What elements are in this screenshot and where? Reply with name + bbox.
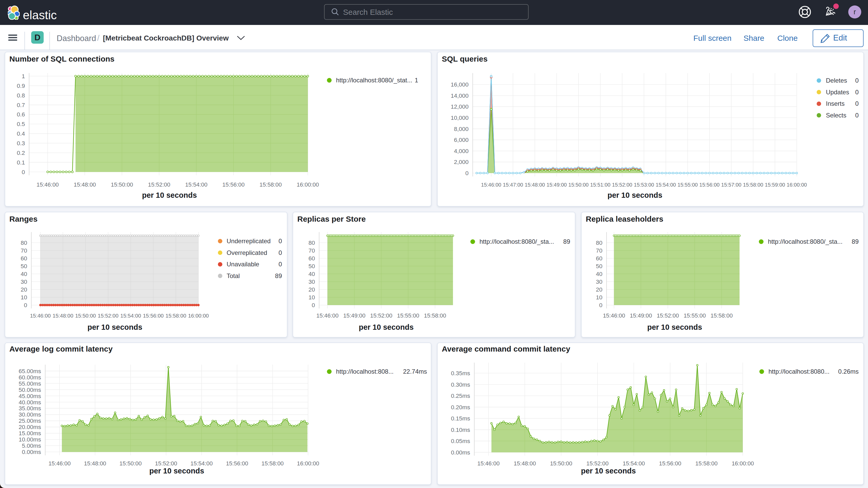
svg-text:15:47:00: 15:47:00: [503, 182, 523, 188]
svg-text:15:58:00: 15:58:00: [711, 312, 733, 319]
svg-text:15:52:00: 15:52:00: [148, 181, 170, 188]
svg-text:0: 0: [24, 302, 27, 308]
svg-text:Selects: Selects: [826, 112, 846, 119]
svg-text:15:46:00: 15:46:00: [481, 182, 501, 188]
svg-text:0: 0: [279, 238, 282, 245]
svg-text:Inserts: Inserts: [826, 100, 845, 107]
svg-text:0: 0: [855, 112, 859, 119]
svg-text:89: 89: [563, 238, 570, 245]
svg-text:22.74ms: 22.74ms: [403, 368, 427, 375]
svg-text:89: 89: [851, 238, 859, 245]
svg-text:0.9: 0.9: [17, 83, 25, 89]
svg-text:0: 0: [312, 302, 315, 308]
svg-text:16:00:00: 16:00:00: [787, 182, 807, 188]
svg-text:0: 0: [465, 170, 469, 177]
svg-text:http://localhost:808...: http://localhost:808...: [336, 368, 394, 375]
svg-text:30.00ms: 30.00ms: [19, 411, 41, 418]
svg-text:60: 60: [308, 255, 315, 262]
svg-text:1: 1: [22, 73, 25, 80]
svg-text:15:46:00: 15:46:00: [48, 460, 71, 467]
svg-text:0: 0: [279, 261, 282, 268]
svg-text:15:56:00: 15:56:00: [143, 313, 164, 318]
svg-text:per 10 seconds: per 10 seconds: [581, 467, 636, 475]
svg-text:0: 0: [22, 169, 25, 175]
svg-text:80: 80: [21, 240, 27, 246]
svg-text:15:50:00: 15:50:00: [75, 313, 96, 318]
svg-text:Underreplicated: Underreplicated: [227, 238, 271, 245]
svg-text:15:51:00: 15:51:00: [590, 182, 611, 188]
svg-text:15:48:00: 15:48:00: [53, 313, 73, 318]
svg-text:http://localhost:8080/_stat...: http://localhost:8080/_stat...: [336, 77, 412, 84]
svg-text:0.35ms: 0.35ms: [451, 370, 470, 376]
svg-text:15:46:00: 15:46:00: [316, 312, 339, 319]
svg-text:40: 40: [596, 271, 602, 277]
svg-text:0.20ms: 0.20ms: [451, 404, 470, 410]
svg-text:Average command commit latency: Average command commit latency: [442, 344, 570, 353]
svg-text:15:52:00: 15:52:00: [370, 312, 393, 319]
svg-text:15:54:00: 15:54:00: [120, 313, 141, 318]
svg-text:15:58:00: 15:58:00: [261, 460, 284, 467]
svg-text:http://localhost:8080...: http://localhost:8080...: [769, 368, 830, 375]
svg-text:2,000: 2,000: [454, 159, 469, 165]
svg-text:0: 0: [855, 89, 859, 96]
svg-text:45.00ms: 45.00ms: [19, 393, 41, 399]
svg-text:0.15ms: 0.15ms: [451, 415, 470, 422]
svg-text:50: 50: [21, 263, 27, 270]
svg-text:15:58:00: 15:58:00: [743, 182, 763, 188]
svg-text:16:00:00: 16:00:00: [188, 313, 209, 318]
svg-text:16:00:00: 16:00:00: [732, 460, 754, 467]
svg-text:0.25ms: 0.25ms: [451, 393, 470, 399]
svg-text:15:55:00: 15:55:00: [397, 312, 420, 319]
svg-text:40: 40: [308, 271, 315, 277]
svg-text:20: 20: [596, 286, 602, 293]
svg-text:60: 60: [596, 255, 602, 262]
svg-text:15:46:00: 15:46:00: [36, 181, 59, 188]
svg-text:15:52:00: 15:52:00: [98, 313, 119, 318]
svg-text:50.00ms: 50.00ms: [19, 387, 41, 393]
svg-text:Replica leaseholders: Replica leaseholders: [586, 215, 663, 223]
svg-text:15:46:00: 15:46:00: [30, 313, 51, 318]
svg-text:20: 20: [21, 286, 27, 293]
svg-text:Overreplicated: Overreplicated: [227, 249, 267, 256]
svg-text:0.8: 0.8: [17, 92, 25, 99]
svg-text:Ranges: Ranges: [9, 215, 37, 223]
svg-text:SQL queries: SQL queries: [442, 55, 488, 63]
svg-text:0.30ms: 0.30ms: [451, 382, 470, 388]
svg-text:15:56:00: 15:56:00: [659, 460, 681, 467]
svg-text:per 10 seconds: per 10 seconds: [87, 323, 142, 331]
svg-text:15:50:00: 15:50:00: [550, 460, 572, 467]
svg-text:15:55:00: 15:55:00: [683, 312, 706, 319]
svg-text:15:55:00: 15:55:00: [678, 182, 698, 188]
svg-text:15:50:00: 15:50:00: [111, 181, 133, 188]
svg-text:0.6: 0.6: [17, 111, 25, 118]
svg-text:30: 30: [596, 279, 602, 285]
svg-text:0.00ms: 0.00ms: [451, 449, 470, 456]
svg-text:50: 50: [308, 263, 315, 270]
svg-text:10.00ms: 10.00ms: [19, 436, 41, 443]
svg-text:15:52:00: 15:52:00: [657, 312, 679, 319]
svg-text:15:58:00: 15:58:00: [424, 312, 446, 319]
svg-text:15:49:00: 15:49:00: [343, 312, 366, 319]
svg-text:15:54:00: 15:54:00: [623, 460, 645, 467]
svg-text:15:48:00: 15:48:00: [514, 460, 536, 467]
svg-text:70: 70: [308, 247, 315, 254]
svg-text:0: 0: [855, 100, 859, 107]
svg-text:16:00:00: 16:00:00: [297, 181, 319, 188]
svg-text:89: 89: [275, 272, 282, 279]
svg-text:80: 80: [596, 240, 602, 246]
svg-text:16:00:00: 16:00:00: [297, 460, 319, 467]
svg-text:Number of SQL connections: Number of SQL connections: [9, 55, 115, 63]
svg-text:0.4: 0.4: [17, 130, 25, 137]
svg-text:65.00ms: 65.00ms: [19, 368, 41, 374]
svg-text:15:52:00: 15:52:00: [586, 460, 609, 467]
svg-text:40.00ms: 40.00ms: [19, 399, 41, 406]
svg-text:15:58:00: 15:58:00: [695, 460, 718, 467]
svg-text:per 10 seconds: per 10 seconds: [149, 467, 204, 475]
svg-text:20: 20: [308, 286, 315, 293]
svg-text:10: 10: [308, 294, 315, 301]
svg-text:0.2: 0.2: [17, 150, 25, 156]
svg-text:5.00ms: 5.00ms: [22, 443, 41, 449]
svg-text:25.00ms: 25.00ms: [19, 418, 41, 424]
svg-text:15:48:00: 15:48:00: [73, 181, 96, 188]
svg-text:0.05ms: 0.05ms: [451, 438, 470, 444]
